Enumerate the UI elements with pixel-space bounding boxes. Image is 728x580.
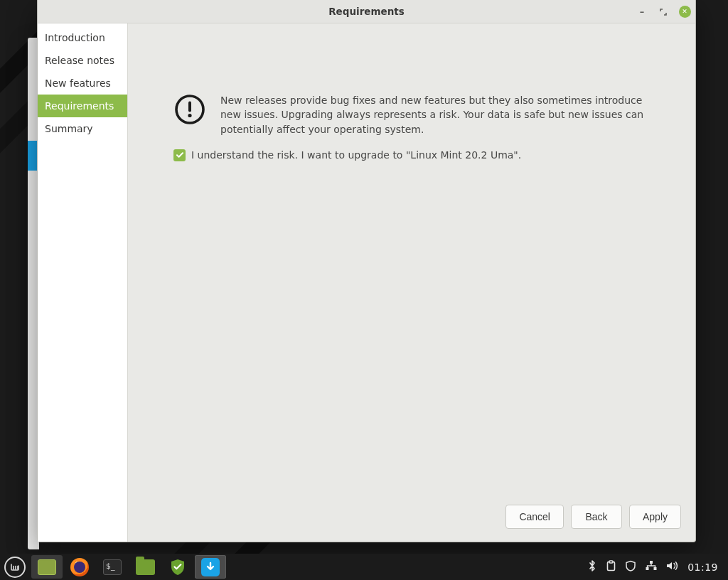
sidebar-item-introduction[interactable]: Introduction bbox=[38, 26, 127, 49]
wizard-steps-sidebar: Introduction Release notes New features … bbox=[38, 23, 128, 542]
svg-rect-4 bbox=[609, 561, 613, 563]
taskbar: $_ 01:19 bbox=[0, 554, 728, 580]
window-title: Requirements bbox=[38, 6, 695, 17]
sound-tray-icon[interactable] bbox=[666, 560, 679, 574]
taskbar-launcher-downloader[interactable] bbox=[195, 555, 226, 579]
confirm-row: I understand the risk. I want to upgrade… bbox=[173, 149, 680, 161]
svg-rect-1 bbox=[188, 102, 191, 112]
sidebar-item-requirements[interactable]: Requirements bbox=[38, 95, 127, 117]
files-icon bbox=[38, 559, 56, 575]
warning-icon bbox=[173, 93, 206, 129]
firefox-icon bbox=[70, 558, 89, 576]
taskbar-clock[interactable]: 01:19 bbox=[687, 562, 718, 573]
cancel-button[interactable]: Cancel bbox=[505, 505, 564, 529]
bluetooth-tray-icon[interactable] bbox=[587, 560, 597, 574]
taskbar-launcher-terminal[interactable]: $_ bbox=[97, 555, 128, 579]
taskbar-launcher-shield[interactable] bbox=[162, 555, 193, 579]
window-controls bbox=[636, 0, 691, 23]
start-menu-button[interactable] bbox=[4, 557, 26, 578]
back-button[interactable]: Back bbox=[571, 505, 622, 529]
dialog-body: Introduction Release notes New features … bbox=[38, 23, 695, 542]
svg-rect-6 bbox=[646, 567, 649, 570]
wizard-footer: Cancel Back Apply bbox=[128, 493, 695, 542]
shield-icon bbox=[168, 558, 187, 576]
sidebar-item-summary[interactable]: Summary bbox=[38, 117, 127, 140]
svg-rect-7 bbox=[654, 567, 657, 570]
apply-button[interactable]: Apply bbox=[629, 505, 681, 529]
taskbar-launcher-file-manager[interactable] bbox=[129, 555, 161, 579]
clipboard-tray-icon[interactable] bbox=[606, 560, 616, 574]
terminal-icon: $_ bbox=[103, 559, 122, 575]
sidebar-item-release-notes[interactable]: Release notes bbox=[38, 49, 127, 72]
security-tray-icon[interactable] bbox=[625, 560, 636, 574]
wizard-content: New releases provide bug fixes and new f… bbox=[128, 23, 695, 542]
svg-point-2 bbox=[188, 114, 191, 117]
folder-icon bbox=[136, 559, 155, 575]
upgrade-wizard-window: Requirements Introduction Release notes … bbox=[37, 0, 696, 542]
maximize-button[interactable] bbox=[657, 6, 670, 18]
confirm-checkbox[interactable] bbox=[173, 149, 186, 161]
sidebar-item-new-features[interactable]: New features bbox=[38, 72, 127, 95]
taskbar-launcher-files[interactable] bbox=[31, 555, 63, 579]
close-button[interactable] bbox=[678, 6, 691, 18]
confirm-label[interactable]: I understand the risk. I want to upgrade… bbox=[191, 149, 521, 161]
download-icon bbox=[201, 558, 220, 576]
titlebar[interactable]: Requirements bbox=[38, 0, 695, 23]
taskbar-launcher-firefox[interactable] bbox=[64, 555, 95, 579]
warning-text: New releases provide bug fixes and new f… bbox=[220, 93, 651, 136]
system-tray: 01:19 bbox=[587, 560, 724, 574]
warning-block: New releases provide bug fixes and new f… bbox=[173, 93, 651, 136]
svg-rect-5 bbox=[650, 561, 653, 564]
taskbar-left: $_ bbox=[4, 555, 226, 579]
network-tray-icon[interactable] bbox=[645, 560, 658, 574]
minimize-button[interactable] bbox=[636, 6, 648, 18]
